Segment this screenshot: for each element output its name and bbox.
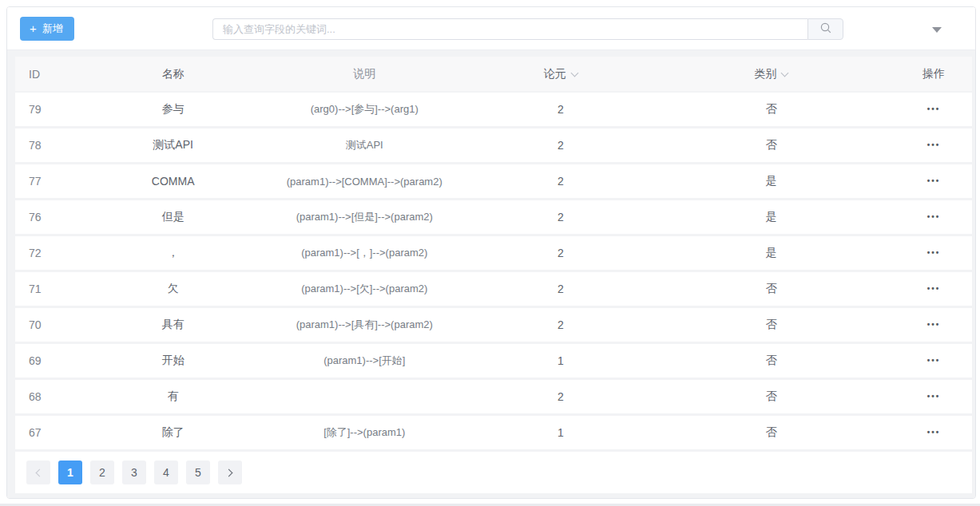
cell-id: 78 bbox=[15, 139, 92, 152]
pagination-page-button[interactable]: 4 bbox=[154, 461, 178, 484]
pagination-prev-button[interactable] bbox=[26, 461, 50, 484]
cell-arity: 2 bbox=[474, 175, 647, 188]
cell-arity: 1 bbox=[474, 426, 647, 439]
row-actions-button[interactable]: ••• bbox=[926, 354, 942, 368]
cell-desc: (param1)-->[开始] bbox=[254, 354, 474, 368]
cell-arity: 2 bbox=[474, 247, 647, 259]
pagination-next-button[interactable] bbox=[218, 461, 242, 484]
cell-category: 否 bbox=[647, 318, 895, 332]
cell-desc: (param1)-->[COMMA]-->(param2) bbox=[254, 176, 474, 188]
cell-name: ， bbox=[92, 246, 255, 260]
row-actions-button[interactable]: ••• bbox=[926, 210, 942, 224]
column-header-actions: 操作 bbox=[895, 67, 972, 81]
cell-arity: 2 bbox=[474, 103, 647, 116]
table-row: 77 COMMA (param1)-->[COMMA]-->(param2) 2… bbox=[15, 164, 972, 198]
cell-desc: [除了]-->(param1) bbox=[254, 425, 474, 440]
row-actions-button[interactable]: ••• bbox=[926, 174, 942, 188]
cell-desc: (param1)-->[欠]-->(param2) bbox=[254, 282, 474, 296]
column-header-category: 类别 bbox=[647, 67, 895, 81]
cell-id: 67 bbox=[15, 426, 92, 439]
table-row: 71 欠 (param1)-->[欠]-->(param2) 2 否 ••• bbox=[15, 272, 972, 306]
cell-desc: (param1)-->[但是]-->(param2) bbox=[254, 210, 474, 224]
row-actions-button[interactable]: ••• bbox=[926, 102, 942, 117]
collapse-caret-icon[interactable] bbox=[932, 27, 942, 33]
cell-category: 否 bbox=[647, 389, 895, 404]
pagination-page-button[interactable]: 2 bbox=[90, 461, 114, 484]
row-actions-button[interactable]: ••• bbox=[926, 246, 942, 260]
add-button-label: 新增 bbox=[42, 22, 63, 36]
cell-name: 参与 bbox=[92, 102, 255, 117]
cell-actions: ••• bbox=[895, 102, 972, 117]
cell-desc: (param1)-->[，]-->(param2) bbox=[254, 246, 474, 260]
pagination: 12345 bbox=[15, 452, 972, 493]
cell-name: 具有 bbox=[92, 318, 255, 332]
column-header-desc: 说明 bbox=[254, 67, 474, 81]
pagination-page-button[interactable]: 3 bbox=[122, 461, 146, 484]
cell-desc: 测试API bbox=[254, 138, 474, 152]
cell-category: 否 bbox=[647, 102, 895, 117]
cell-category: 否 bbox=[647, 138, 895, 152]
table: ID 名称 说明 论元 类别 操作 79 参与 (arg0)-->[参与]-->… bbox=[7, 50, 975, 498]
row-actions-button[interactable]: ••• bbox=[926, 282, 942, 296]
column-header-arity: 论元 bbox=[474, 67, 647, 81]
content-card: + 新增 ID 名称 说明 论元 bbox=[6, 6, 976, 499]
table-row: 69 开始 (param1)-->[开始] 1 否 ••• bbox=[15, 344, 972, 378]
table-row: 78 测试API 测试API 2 否 ••• bbox=[15, 128, 972, 162]
table-row: 72 ， (param1)-->[，]-->(param2) 2 是 ••• bbox=[15, 236, 972, 270]
plus-icon: + bbox=[30, 24, 37, 33]
search-icon bbox=[819, 22, 832, 38]
sort-caret-icon[interactable] bbox=[570, 69, 578, 77]
cell-arity: 2 bbox=[474, 283, 647, 295]
cell-actions: ••• bbox=[895, 282, 972, 296]
row-actions-button[interactable]: ••• bbox=[926, 425, 942, 440]
cell-actions: ••• bbox=[895, 138, 972, 152]
column-header-id: ID bbox=[15, 68, 92, 81]
pagination-page-button[interactable]: 5 bbox=[186, 461, 210, 484]
cell-category: 是 bbox=[647, 210, 895, 224]
cell-arity: 2 bbox=[474, 390, 647, 403]
cell-id: 71 bbox=[15, 283, 92, 295]
cell-actions: ••• bbox=[895, 174, 972, 188]
row-actions-button[interactable]: ••• bbox=[926, 318, 942, 332]
cell-arity: 1 bbox=[474, 354, 647, 367]
cell-id: 77 bbox=[15, 175, 92, 188]
sort-caret-icon[interactable] bbox=[781, 69, 789, 77]
cell-id: 68 bbox=[15, 390, 92, 403]
cell-actions: ••• bbox=[895, 354, 972, 368]
table-row: 79 参与 (arg0)-->[参与]-->(arg1) 2 否 ••• bbox=[15, 93, 972, 126]
cell-name: 但是 bbox=[92, 210, 255, 224]
row-actions-button[interactable]: ••• bbox=[926, 389, 942, 404]
table-row: 68 有 2 否 ••• bbox=[15, 380, 972, 413]
cell-name: 开始 bbox=[92, 354, 255, 368]
add-button[interactable]: + 新增 bbox=[20, 17, 74, 41]
search-group bbox=[212, 18, 843, 40]
row-actions-button[interactable]: ••• bbox=[926, 138, 942, 152]
cell-arity: 2 bbox=[474, 139, 647, 152]
search-button[interactable] bbox=[807, 18, 843, 40]
search-input[interactable] bbox=[212, 18, 807, 40]
cell-id: 72 bbox=[15, 247, 92, 259]
pagination-page-button[interactable]: 1 bbox=[58, 461, 82, 484]
cell-category: 否 bbox=[647, 282, 895, 296]
cell-desc: (arg0)-->[参与]-->(arg1) bbox=[254, 102, 474, 117]
cell-id: 70 bbox=[15, 318, 92, 331]
cell-actions: ••• bbox=[895, 318, 972, 332]
table-row: 67 除了 [除了]-->(param1) 1 否 ••• bbox=[15, 416, 972, 449]
table-header: ID 名称 说明 论元 类别 操作 bbox=[15, 57, 972, 91]
cell-category: 否 bbox=[647, 425, 895, 440]
cell-arity: 2 bbox=[474, 211, 647, 223]
table-row: 76 但是 (param1)-->[但是]-->(param2) 2 是 ••• bbox=[15, 200, 972, 234]
cell-actions: ••• bbox=[895, 246, 972, 260]
cell-actions: ••• bbox=[895, 389, 972, 404]
table-row: 70 具有 (param1)-->[具有]-->(param2) 2 否 ••• bbox=[15, 308, 972, 342]
column-header-arity-label: 论元 bbox=[544, 67, 566, 81]
cell-name: 欠 bbox=[92, 282, 255, 296]
cell-name: 除了 bbox=[92, 425, 255, 440]
chevron-right-icon bbox=[225, 468, 233, 476]
cell-category: 否 bbox=[647, 354, 895, 368]
cell-category: 是 bbox=[647, 174, 895, 188]
cell-name: COMMA bbox=[92, 175, 255, 188]
toolbar: + 新增 bbox=[7, 7, 975, 50]
cell-actions: ••• bbox=[895, 210, 972, 224]
cell-category: 是 bbox=[647, 246, 895, 260]
